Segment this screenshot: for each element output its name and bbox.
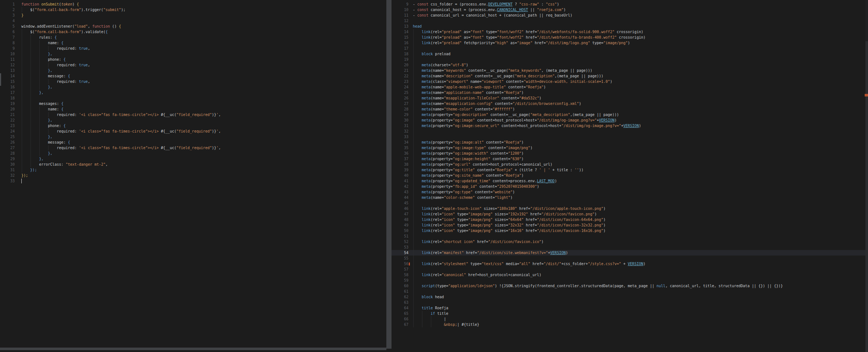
code-line[interactable]: 27 required: '<i class="fas fa-times-cir… [0,145,386,151]
code-line[interactable]: 28 meta(name="theme-color" content="#fff… [392,106,865,112]
code-line[interactable]: 20 meta(charset="utf-8") [392,62,865,68]
code-line[interactable]: 26 meta(name="msapplication-TileColor" c… [392,95,865,101]
code-line[interactable]: 19 messages: { [0,101,386,106]
code-line[interactable]: 21 required: '<i class="fas fa-times-cir… [0,112,386,117]
code-line[interactable]: 17 }, [0,90,386,95]
code-line[interactable]: 33 [392,134,865,140]
code-line[interactable]: 7 rules: { [0,35,386,40]
code-line[interactable]: 16 link(rel="preload" fetchpriority="hig… [392,40,865,46]
code-line[interactable]: 20 name: { [0,106,386,112]
code-line[interactable]: 59 [392,278,865,283]
code-line[interactable]: 10- const canonical_host = (process.env.… [392,7,865,13]
code-line[interactable]: 60 script(type="application/ld+json") !{… [392,283,865,289]
code-line[interactable]: 30 errorClass: "text-danger mt-2", [0,162,386,167]
vertical-scrollbar-thumb[interactable] [865,41,868,352]
code-line[interactable]: 36 meta(property="og:image:width" conten… [392,151,865,156]
code-line[interactable]: 27 meta(name="msapplication-config" cont… [392,101,865,106]
code-line[interactable]: 1function onSubmit(token) { [0,1,386,7]
code-line[interactable]: 5window.addEventListener("load", functio… [0,24,386,29]
code-line[interactable]: 50 link(rel="icon" type="image/png" size… [392,228,865,233]
code-line[interactable]: 55 [392,256,865,261]
code-line[interactable]: 32}); [0,173,386,178]
code-line[interactable]: 18 [0,95,386,101]
code-line[interactable]: 14 link(rel="preload" as="font" type="fo… [392,29,865,35]
code-line[interactable]: 25 }, [0,134,386,140]
code-line[interactable]: 2 $("form.call-back-form").trigger("subm… [0,7,386,13]
code-line[interactable]: 42 meta(property="fb:app_id" content="29… [392,184,865,189]
code-line[interactable]: 23 meta(class="viewport" name="viewport"… [392,79,865,84]
code-line[interactable]: 40 meta(property="og:site_name" content=… [392,173,865,178]
code-line[interactable]: 58 link(rel="canonical" href=host_protoc… [392,272,865,278]
code-line[interactable]: 24 meta(name="apple-mobile-web-app-title… [392,84,865,90]
code-line[interactable]: 16 }, [0,84,386,90]
code-line[interactable]: 24 required: '<i class="fas fa-times-cir… [0,129,386,134]
code-line[interactable]: 65 if title [392,311,865,316]
code-line[interactable]: 48 link(rel="icon" type="image/png" size… [392,217,865,222]
code-line[interactable]: 67 &nbsp;| #{title} [392,322,865,327]
code-line[interactable]: 8 name: { [0,40,386,46]
code-line[interactable]: 57 [392,267,865,272]
code-line[interactable]: 52 link(rel="shortcut icon" href="/dist/… [392,239,865,244]
code-line[interactable]: 32 [392,129,865,134]
horizontal-scrollbar[interactable] [0,348,386,351]
code-line[interactable]: 25 meta(name="application-name" content=… [392,90,865,95]
code-line[interactable]: 47 link(rel="icon" type="image/png" size… [392,211,865,217]
code-line[interactable]: 63 [392,300,865,305]
editor-pane-javascript[interactable]: 1function onSubmit(token) {2 $("form.cal… [0,0,386,352]
code-line[interactable]: 12 [392,18,865,24]
code-line[interactable]: 26 message: { [0,140,386,145]
code-line[interactable]: 10 }, [0,51,386,57]
code-line[interactable]: 18 block preload [392,51,865,57]
code-line[interactable]: 35 meta(property="og:image:type" content… [392,145,865,151]
code-line[interactable]: 34 meta(property="og:image:alt" content=… [392,140,865,145]
vertical-scrollbar[interactable] [865,0,868,352]
code-line[interactable]: 66 | [392,316,865,322]
code-line[interactable]: 45 [392,200,865,206]
code-line[interactable]: 38 meta(property="og:url" content=host_p… [392,162,865,167]
code-line[interactable]: 19 [392,57,865,62]
code-line[interactable]: 4 [0,18,386,24]
code-line[interactable]: 62 block head [392,294,865,300]
code-line[interactable]: 46 link(rel="apple-touch-icon" sizes="18… [392,206,865,211]
code-line[interactable]: 31 meta(property="og:image:secure_url" c… [392,123,865,129]
code-line[interactable]: 13 }, [0,68,386,73]
code-line[interactable]: 11 phone: { [0,57,386,62]
code-line[interactable]: 23 phone: { [0,123,386,129]
code-line[interactable]: 9 required: true, [0,46,386,51]
code-line[interactable]: 17 [392,46,865,51]
code-line[interactable]: 31 }); [0,167,386,173]
code-line[interactable]: 12 required: true, [0,62,386,68]
code-line[interactable]: 15 link(rel="preload" as="font" type="fo… [392,35,865,40]
code-line[interactable]: 13head [392,24,865,29]
code-line[interactable]: 11- const canonical_url = canonical_host… [392,13,865,18]
code-line[interactable]: 30 meta(property="og:image" content=host… [392,117,865,123]
code-line[interactable]: 21 meta(name="keywords" content=__uc_pag… [392,68,865,73]
horizontal-scrollbar-thumb[interactable] [0,348,386,350]
code-line[interactable]: 43 meta(property="og:type" content="webs… [392,189,865,195]
code-line[interactable]: 3} [0,13,386,18]
code-line[interactable]: 56 link(rel="stylesheet" type="text/css"… [392,261,865,267]
code-line[interactable]: 61 [392,289,865,294]
code-line[interactable]: 39 meta(property="og:title" content="Roe… [392,167,865,173]
code-line[interactable]: 37 meta(property="og:image:height" conte… [392,156,865,162]
code-line[interactable]: 51 [392,233,865,239]
code-line[interactable]: 44 meta(name="color-scheme" content="lig… [392,195,865,200]
editor-pane-pug[interactable]: 9- const css_folder = (process.env.DEVEL… [392,0,865,352]
code-line[interactable]: 29 meta(property="og:description" conten… [392,112,865,117]
pane-divider-scrollbar[interactable] [386,0,392,349]
code-line[interactable]: 15 required: true, [0,79,386,84]
code-line[interactable]: 14 message: { [0,73,386,79]
code-line[interactable]: 6 $("form.call-back-form").validate({ [0,29,386,35]
code-line[interactable]: 28 }, [0,151,386,156]
indent-guide [413,140,414,145]
code-line[interactable]: 64 title Roefja [392,305,865,311]
code-line[interactable]: 22 meta(name="description" content=__uc_… [392,73,865,79]
code-line[interactable]: 9- const css_folder = (process.env.DEVEL… [392,1,865,7]
code-line[interactable]: 29 }, [0,156,386,162]
code-line[interactable]: 41 meta(property="og:updated_time" conte… [392,178,865,184]
code-line[interactable]: 53 [392,244,865,250]
code-line[interactable]: 49 link(rel="icon" type="image/png" size… [392,222,865,228]
code-line[interactable]: 33 [0,178,386,184]
code-line[interactable]: 54 link(rel="manifest" href="/dist/icon/… [392,250,865,256]
code-line[interactable]: 22 }, [0,117,386,123]
